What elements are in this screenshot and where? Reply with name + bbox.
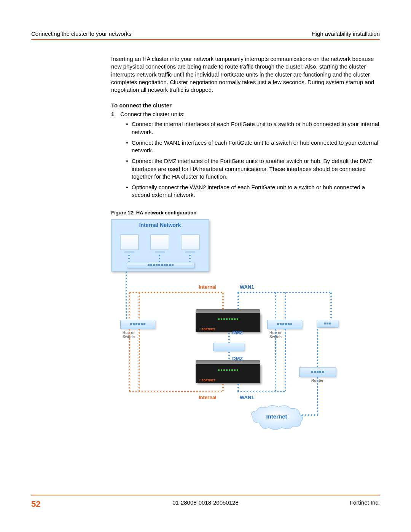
conn-line xyxy=(285,328,286,391)
conn-line xyxy=(330,292,332,321)
label-wan1-top: WAN1 xyxy=(240,284,254,290)
conn-line xyxy=(159,254,160,262)
label-internet: Internet xyxy=(248,413,305,420)
procedure-heading: To connect the cluster xyxy=(111,102,380,109)
conn-line xyxy=(139,292,140,321)
conn-line xyxy=(222,383,224,391)
conn-line xyxy=(228,332,230,343)
intro-paragraph: Inserting an HA cluster into your networ… xyxy=(111,55,380,94)
internal-network-box: Internal Network xyxy=(111,219,209,272)
conn-line xyxy=(237,391,286,392)
doc-number: 01-28008-0018-20050128 xyxy=(31,499,380,506)
internal-network-label: Internal Network xyxy=(112,222,209,228)
bullet-dot: • xyxy=(123,139,132,147)
conn-line xyxy=(126,271,127,320)
bullet-dot: • xyxy=(123,120,132,128)
bullet-text: Connect the DMZ interfaces of the FortiG… xyxy=(132,157,380,181)
workstation-icon xyxy=(150,234,169,250)
conn-line xyxy=(285,292,286,321)
conn-line xyxy=(139,328,140,391)
conn-line xyxy=(128,254,130,262)
conn-line xyxy=(317,328,318,367)
fortigate-unit-bottom: □ FORTINET xyxy=(196,364,260,383)
header-right: High availability installation xyxy=(312,30,380,37)
figure-caption: Figure 12: HA network configuration xyxy=(111,210,380,216)
conn-line xyxy=(129,292,224,293)
label-internal-top: Internal xyxy=(199,284,217,290)
hub-far-icon xyxy=(317,320,338,328)
internet-cloud-icon: Internet xyxy=(248,404,305,431)
bullet-text: Optionally connect the WAN2 interface of… xyxy=(132,184,380,199)
conn-line xyxy=(129,391,224,392)
router-icon xyxy=(299,367,336,377)
bullet-dot: • xyxy=(123,157,132,165)
workstation-icon xyxy=(120,234,139,250)
conn-line xyxy=(317,376,318,414)
conn-line xyxy=(129,328,130,391)
fortigate-unit-top: □ FORTINET xyxy=(196,313,260,332)
conn-line xyxy=(129,292,130,321)
label-dmz-top: DMZ xyxy=(232,330,243,335)
step-text: Connect the cluster units: xyxy=(120,111,185,117)
label-wan1-bottom: WAN1 xyxy=(240,395,254,400)
workstation-icon xyxy=(181,234,200,250)
bullet-text: Connect the WAN1 interfaces of each Fort… xyxy=(132,139,380,155)
hub-left-icon xyxy=(120,320,155,329)
conn-line xyxy=(237,383,239,391)
step-number: 1 xyxy=(111,111,120,117)
conn-line xyxy=(275,292,276,321)
conn-line xyxy=(275,328,276,391)
conn-line xyxy=(237,292,332,293)
bullet-text: Connect the internal interfaces of each … xyxy=(132,120,380,136)
internal-hub-icon xyxy=(127,262,194,268)
dmz-hub-icon xyxy=(213,343,244,351)
bullet-dot: • xyxy=(123,184,132,191)
figure-ha-network: Internal Network Internal WAN1 xyxy=(111,219,339,436)
conn-line xyxy=(189,254,191,262)
hub-right-icon xyxy=(267,320,302,329)
header-left: Connecting the cluster to your networks xyxy=(31,30,131,37)
label-internal-bottom: Internal xyxy=(199,395,217,400)
